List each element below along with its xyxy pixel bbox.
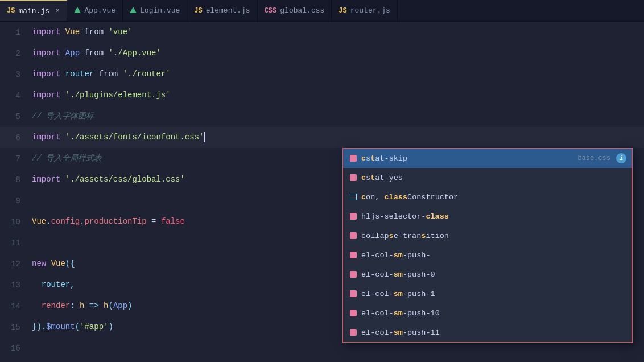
tab-login-vue[interactable]: Login.vue	[123, 0, 187, 21]
color-swatch-icon	[349, 250, 358, 260]
autocomplete-item[interactable]: hljs-selector-class	[343, 207, 632, 226]
code-content: import './assets/fonts/iconfont.css'	[30, 127, 644, 148]
tab-label: Login.vue	[140, 6, 180, 15]
tab-close-icon[interactable]: ×	[55, 6, 60, 15]
tab-label: element.js	[206, 6, 250, 15]
info-button[interactable]: i	[616, 153, 626, 163]
js-icon: JS	[338, 7, 346, 15]
color-swatch-icon	[349, 308, 358, 318]
autocomplete-label: el-col-sm-push-	[361, 251, 626, 260]
color-swatch-icon	[349, 231, 358, 240]
class-icon	[349, 192, 358, 201]
tab-app-vue[interactable]: App.vue	[67, 0, 123, 21]
autocomplete-label: cstat-yes	[361, 174, 626, 182]
line-number: 10	[0, 217, 30, 227]
line-number: 7	[0, 154, 30, 163]
autocomplete-label: el-col-sm-push-10	[361, 309, 626, 318]
js-icon: JS	[7, 7, 15, 15]
autocomplete-item[interactable]: el-col-sm-push-11	[343, 323, 632, 342]
color-swatch-icon	[349, 328, 358, 337]
line-number: 4	[0, 91, 30, 100]
line-number: 3	[0, 70, 30, 79]
css-icon: CSS	[265, 7, 277, 15]
line-number: 16	[0, 344, 30, 353]
code-content: import Vue from 'vue'	[30, 22, 644, 43]
js-icon: JS	[194, 7, 202, 15]
autocomplete-item[interactable]: cstat-skip base.css i	[343, 149, 632, 168]
code-line: 5 // 导入字体图标	[0, 106, 644, 127]
code-content: import './plugins/element.js'	[30, 85, 644, 106]
line-number: 13	[0, 281, 30, 290]
autocomplete-item[interactable]: collapse-transition	[343, 226, 632, 245]
autocomplete-dropdown[interactable]: cstat-skip base.css i cstat-yes con, cla…	[342, 148, 633, 343]
vue-icon	[74, 7, 81, 13]
autocomplete-label: con, classConstructor	[361, 193, 626, 201]
autocomplete-label: el-col-sm-push-1	[361, 290, 626, 298]
autocomplete-item[interactable]: el-col-sm-push-1	[343, 284, 632, 303]
autocomplete-label: collapse-transition	[361, 232, 626, 240]
tab-label: router.js	[350, 6, 390, 15]
color-swatch-icon	[349, 173, 358, 182]
autocomplete-item[interactable]: cstat-yes	[343, 168, 632, 187]
line-number: 2	[0, 49, 30, 58]
code-line: 3 import router from './router'	[0, 64, 644, 85]
code-content: // 导入字体图标	[30, 106, 644, 127]
tab-main-js[interactable]: JS main.js ×	[0, 0, 67, 21]
line-number: 8	[0, 175, 30, 184]
vue-icon	[130, 7, 137, 13]
line-number: 12	[0, 260, 30, 269]
tab-label: global.css	[280, 6, 324, 15]
autocomplete-item[interactable]: el-col-sm-push-	[343, 245, 632, 265]
line-number: 14	[0, 302, 30, 311]
code-content: import router from './router'	[30, 64, 644, 85]
autocomplete-label: el-col-sm-push-0	[361, 270, 626, 279]
code-line: 1 import Vue from 'vue'	[0, 22, 644, 43]
line-number: 5	[0, 112, 30, 121]
line-number: 6	[0, 133, 30, 142]
autocomplete-label: hljs-selector-class	[361, 212, 626, 221]
autocomplete-source: base.css	[577, 154, 613, 162]
line-number: 15	[0, 323, 30, 332]
color-swatch-icon	[349, 270, 358, 279]
tab-element-js[interactable]: JS element.js	[187, 0, 257, 21]
line-number: 11	[0, 238, 30, 248]
color-swatch-icon	[349, 289, 358, 298]
autocomplete-item[interactable]: con, classConstructor	[343, 187, 632, 207]
color-swatch-icon	[349, 212, 358, 221]
autocomplete-item[interactable]: el-col-sm-push-10	[343, 303, 632, 323]
tab-label: App.vue	[84, 6, 115, 15]
code-line: 6 import './assets/fonts/iconfont.css'	[0, 127, 644, 148]
autocomplete-label: el-col-sm-push-11	[361, 328, 626, 337]
code-line: 4 import './plugins/element.js'	[0, 85, 644, 106]
autocomplete-label: cstat-skip	[361, 154, 574, 163]
line-number: 9	[0, 196, 30, 205]
line-number: 1	[0, 28, 30, 37]
tab-bar: JS main.js × App.vue Login.vue JS elemen…	[0, 0, 644, 22]
tab-label: main.js	[18, 7, 49, 15]
tab-router-js[interactable]: JS router.js	[332, 0, 398, 21]
editor-area: 1 import Vue from 'vue' 2 import App fro…	[0, 22, 644, 362]
code-content: import App from './App.vue'	[30, 43, 644, 64]
tab-global-css[interactable]: CSS global.css	[258, 0, 332, 21]
color-swatch-icon	[349, 154, 358, 163]
code-line: 2 import App from './App.vue'	[0, 43, 644, 64]
autocomplete-item[interactable]: el-col-sm-push-0	[343, 265, 632, 284]
